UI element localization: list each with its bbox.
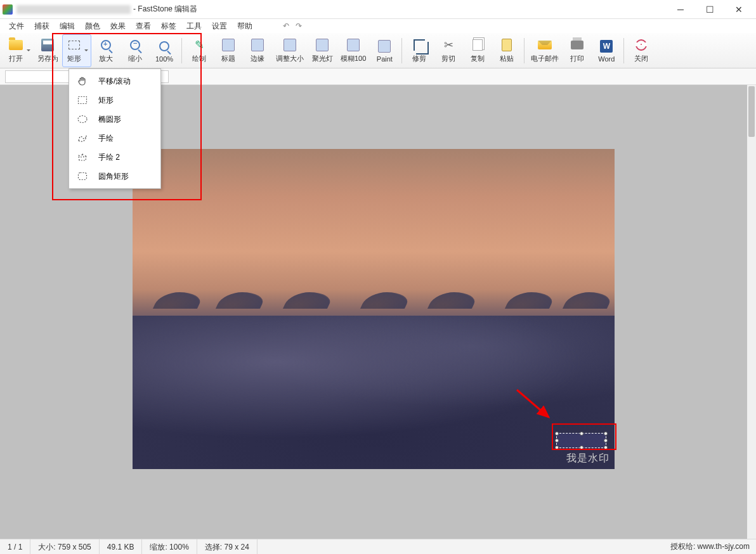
- blur-label: 模糊100: [341, 54, 366, 63]
- cut-button[interactable]: ✂剪切: [434, 34, 463, 67]
- menu-view[interactable]: 查看: [131, 19, 156, 33]
- rect-icon: [77, 94, 88, 106]
- vertical-scrollbar[interactable]: [747, 85, 756, 539]
- menu-file[interactable]: 文件: [4, 19, 29, 33]
- redo-icon[interactable]: ↷: [296, 22, 302, 30]
- freehand-icon: [77, 132, 88, 144]
- svg-rect-3: [79, 173, 87, 180]
- scissors-icon: ✂: [441, 37, 456, 53]
- roundrect-icon: [77, 171, 88, 182]
- spotlight-label: 聚光灯: [312, 54, 333, 63]
- dropdown-freehand2[interactable]: 手绘 2: [69, 148, 160, 167]
- word-icon: W: [600, 40, 613, 53]
- menu-settings[interactable]: 设置: [207, 19, 232, 33]
- svg-point-2: [78, 116, 87, 123]
- dropdown-freehand2-label: 手绘 2: [98, 152, 120, 163]
- crop-button[interactable]: 修剪: [405, 34, 434, 67]
- hand-icon: [77, 75, 88, 87]
- app-icon: [3, 4, 13, 15]
- minimize-button[interactable]: ─: [666, 0, 695, 19]
- print-label: 打印: [570, 54, 584, 63]
- dropdown-roundrect-label: 圆角矩形: [98, 171, 129, 182]
- dropdown-pan-label: 平移/滚动: [98, 76, 131, 87]
- menu-capture[interactable]: 捕获: [29, 19, 55, 33]
- dropdown-rect[interactable]: 矩形: [69, 91, 160, 110]
- close-button[interactable]: 关闭: [627, 34, 656, 67]
- caption-label: 标题: [221, 54, 235, 63]
- paint-label: Paint: [377, 55, 393, 63]
- ellipse-icon: [77, 113, 88, 125]
- status-filesize: 49.1 KB: [100, 539, 143, 555]
- caption-icon: [222, 39, 235, 51]
- menu-tool[interactable]: 工具: [181, 19, 207, 33]
- menu-color[interactable]: 颜色: [80, 19, 105, 33]
- svg-line-0: [517, 390, 549, 417]
- edge-button[interactable]: 边缘: [243, 34, 272, 67]
- dropdown-rect-label: 矩形: [98, 95, 114, 106]
- menu-tag[interactable]: 标签: [156, 19, 181, 33]
- status-selection: 选择: 79 x 24: [197, 539, 257, 555]
- close-window-button[interactable]: ✕: [724, 0, 753, 19]
- maximize-button[interactable]: ☐: [695, 0, 724, 19]
- mail-icon: [538, 41, 552, 49]
- dropdown-freehand-label: 手绘: [98, 133, 114, 144]
- word-label: Word: [598, 55, 615, 63]
- open-button[interactable]: 打开: [4, 34, 33, 67]
- spotlight-icon: [316, 39, 329, 51]
- status-zoom: 缩放: 100%: [142, 539, 197, 555]
- dropdown-freehand[interactable]: 手绘: [69, 129, 160, 148]
- window-title: - FastStone 编辑器: [133, 4, 197, 15]
- status-credit: 授权给: www.th-sjy.com: [664, 541, 756, 552]
- dropdown-pan[interactable]: 平移/滚动: [69, 72, 160, 91]
- paste-button[interactable]: 粘贴: [492, 34, 521, 67]
- freehand2-icon: [77, 151, 88, 163]
- annotation-box-selection: [552, 423, 616, 450]
- dropdown-roundrect[interactable]: 圆角矩形: [69, 167, 160, 186]
- menu-bar: 文件 捕获 编辑 颜色 效果 查看 标签 工具 设置 帮助 ↶ ↷: [0, 19, 756, 33]
- copy-label: 复制: [471, 54, 485, 63]
- resize-icon: [284, 39, 296, 51]
- spotlight-button[interactable]: 聚光灯: [308, 34, 337, 67]
- email-button[interactable]: 电子邮件: [527, 34, 563, 67]
- status-bar: 1 / 1 大小: 759 x 505 49.1 KB 缩放: 100% 选择:…: [0, 539, 756, 554]
- paste-icon: [502, 39, 512, 51]
- print-button[interactable]: 打印: [563, 34, 592, 67]
- word-button[interactable]: WWord: [592, 34, 621, 67]
- close-label: 关闭: [634, 54, 648, 63]
- crop-icon: [414, 39, 425, 51]
- status-size: 大小: 759 x 505: [30, 539, 99, 555]
- svg-rect-1: [79, 97, 87, 104]
- open-label: 打开: [9, 54, 23, 63]
- annotation-arrow: [514, 387, 558, 427]
- folder-icon: [9, 40, 23, 50]
- watermark-text: 我是水印: [566, 452, 609, 465]
- copy-button[interactable]: 复制: [463, 34, 492, 67]
- menu-effect[interactable]: 效果: [105, 19, 131, 33]
- email-label: 电子邮件: [531, 54, 559, 63]
- edge-icon: [251, 39, 264, 51]
- paint-icon: [378, 40, 391, 53]
- edge-label: 边缘: [251, 54, 264, 63]
- menu-help[interactable]: 帮助: [232, 19, 257, 33]
- dropdown-ellipse-label: 椭圆形: [98, 114, 121, 125]
- resize-button[interactable]: 调整大小: [272, 34, 308, 67]
- rect-tool-dropdown: 平移/滚动 矩形 椭圆形 手绘 手绘 2 圆角矩形: [68, 68, 161, 189]
- cut-label: 剪切: [441, 54, 455, 63]
- status-page: 1 / 1: [0, 539, 30, 555]
- blur-button[interactable]: 模糊100: [337, 34, 370, 67]
- copy-icon: [472, 39, 483, 51]
- power-icon: [635, 39, 647, 51]
- title-filename-blurred: [16, 5, 131, 14]
- printer-icon: [571, 41, 583, 49]
- paint-button[interactable]: Paint: [370, 34, 399, 67]
- menu-edit[interactable]: 编辑: [55, 19, 80, 33]
- crop-label: 修剪: [412, 54, 426, 63]
- dropdown-ellipse[interactable]: 椭圆形: [69, 110, 160, 129]
- paste-label: 粘贴: [500, 54, 514, 63]
- blur-icon: [347, 39, 360, 51]
- caption-button[interactable]: 标题: [214, 34, 243, 67]
- resize-label: 调整大小: [276, 54, 304, 63]
- undo-icon[interactable]: ↶: [283, 22, 289, 30]
